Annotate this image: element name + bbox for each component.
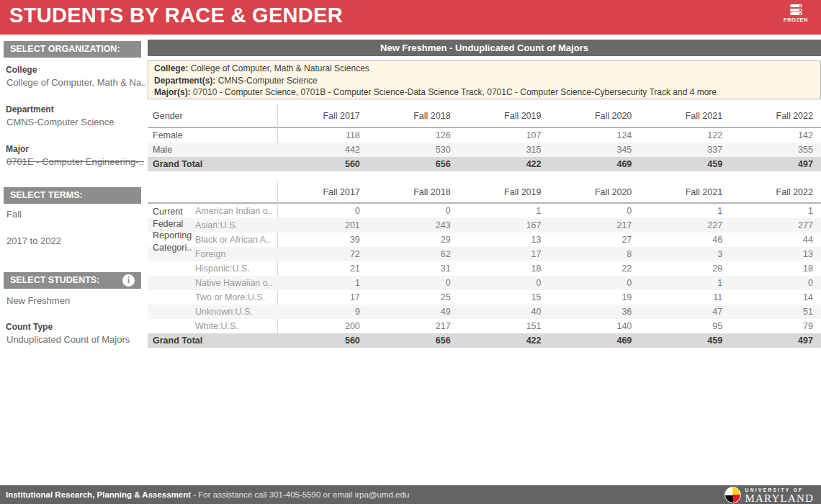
table-cell[interactable]: 118	[277, 130, 368, 140]
column-header[interactable]: Fall 2020	[549, 111, 640, 121]
table-cell[interactable]: 422	[459, 336, 549, 346]
table-cell[interactable]: 124	[549, 130, 640, 140]
table-cell[interactable]: 49	[368, 307, 459, 317]
column-header[interactable]: Fall 2018	[368, 111, 459, 121]
table-cell[interactable]: 345	[549, 145, 640, 155]
table-cell[interactable]: 0	[368, 278, 459, 288]
table-cell[interactable]: 18	[459, 264, 549, 274]
table-cell[interactable]: 0	[549, 206, 640, 216]
row-label[interactable]: Grand Total	[148, 159, 277, 169]
table-cell[interactable]: 243	[368, 220, 459, 230]
table-cell[interactable]: 51	[730, 307, 821, 317]
table-cell[interactable]: 315	[459, 145, 549, 155]
table-cell[interactable]: 29	[368, 235, 459, 245]
column-header[interactable]: Fall 2021	[640, 187, 730, 197]
table-cell[interactable]: 560	[277, 159, 368, 169]
table-cell[interactable]: 0	[549, 278, 640, 288]
table-cell[interactable]: 13	[459, 235, 549, 245]
row-label[interactable]: Grand Total	[148, 336, 277, 346]
gender-corner-label[interactable]: Gender	[148, 111, 277, 121]
table-cell[interactable]: 46	[640, 235, 730, 245]
table-cell[interactable]: 656	[368, 159, 459, 169]
table-cell[interactable]: 442	[277, 145, 368, 155]
table-cell[interactable]: 1	[459, 206, 549, 216]
column-header[interactable]: Fall 2022	[730, 111, 821, 121]
table-cell[interactable]: 19	[549, 292, 640, 302]
column-header[interactable]: Fall 2020	[549, 187, 640, 197]
table-cell[interactable]: 22	[549, 264, 640, 274]
table-cell[interactable]: 122	[640, 130, 730, 140]
table-cell[interactable]: 107	[459, 130, 549, 140]
row-group-label[interactable]: Current Federal Reporting Categori..	[153, 206, 194, 253]
column-header[interactable]: Fall 2019	[459, 111, 549, 121]
table-cell[interactable]: 40	[459, 307, 549, 317]
table-cell[interactable]: 217	[549, 220, 640, 230]
row-label[interactable]: Unknown:U.S.	[148, 307, 277, 317]
table-cell[interactable]: 337	[640, 145, 730, 155]
table-cell[interactable]: 1	[640, 278, 730, 288]
table-cell[interactable]: 25	[368, 292, 459, 302]
table-cell[interactable]: 469	[549, 159, 640, 169]
table-cell[interactable]: 497	[730, 159, 821, 169]
table-cell[interactable]: 17	[459, 249, 549, 259]
table-cell[interactable]: 31	[368, 264, 459, 274]
table-cell[interactable]: 8	[549, 249, 640, 259]
info-icon[interactable]: i	[122, 274, 135, 287]
table-cell[interactable]: 530	[368, 145, 459, 155]
table-cell[interactable]: 277	[730, 220, 821, 230]
row-label[interactable]: Native Hawaiian o..	[148, 278, 277, 288]
table-cell[interactable]: 44	[730, 235, 821, 245]
table-cell[interactable]: 39	[277, 235, 368, 245]
row-label[interactable]: Female	[148, 130, 277, 140]
table-cell[interactable]: 459	[640, 336, 730, 346]
table-cell[interactable]: 9	[277, 307, 368, 317]
column-header[interactable]: Fall 2017	[277, 187, 368, 197]
table-cell[interactable]: 18	[730, 264, 821, 274]
table-cell[interactable]: 469	[549, 336, 640, 346]
table-cell[interactable]: 560	[277, 336, 368, 346]
table-cell[interactable]: 0	[459, 278, 549, 288]
table-cell[interactable]: 15	[459, 292, 549, 302]
column-header[interactable]: Fall 2019	[459, 187, 549, 197]
table-cell[interactable]: 11	[640, 292, 730, 302]
table-cell[interactable]: 62	[368, 249, 459, 259]
table-cell[interactable]: 497	[730, 336, 821, 346]
table-cell[interactable]: 28	[640, 264, 730, 274]
table-cell[interactable]: 79	[730, 321, 821, 331]
column-header[interactable]: Fall 2022	[730, 187, 821, 197]
table-cell[interactable]: 151	[459, 321, 549, 331]
table-cell[interactable]: 13	[730, 249, 821, 259]
table-cell[interactable]: 95	[640, 321, 730, 331]
table-cell[interactable]: 21	[277, 264, 368, 274]
table-cell[interactable]: 167	[459, 220, 549, 230]
table-cell[interactable]: 0	[277, 206, 368, 216]
row-label[interactable]: Male	[148, 145, 277, 155]
row-label[interactable]: White:U.S.	[148, 321, 277, 331]
row-label[interactable]: Two or More:U.S.	[148, 292, 277, 302]
table-cell[interactable]: 1	[640, 206, 730, 216]
column-header[interactable]: Fall 2017	[277, 111, 368, 121]
table-cell[interactable]: 0	[730, 278, 821, 288]
column-header[interactable]: Fall 2021	[640, 111, 730, 121]
table-cell[interactable]: 47	[640, 307, 730, 317]
row-label[interactable]: Hispanic:U.S.	[148, 264, 277, 274]
table-cell[interactable]: 459	[640, 159, 730, 169]
table-cell[interactable]: 72	[277, 249, 368, 259]
table-cell[interactable]: 422	[459, 159, 549, 169]
table-cell[interactable]: 3	[640, 249, 730, 259]
table-cell[interactable]: 0	[368, 206, 459, 216]
table-cell[interactable]: 355	[730, 145, 821, 155]
table-cell[interactable]: 656	[368, 336, 459, 346]
table-cell[interactable]: 27	[549, 235, 640, 245]
table-cell[interactable]: 1	[730, 206, 821, 216]
table-cell[interactable]: 200	[277, 321, 368, 331]
table-cell[interactable]: 126	[368, 130, 459, 140]
table-cell[interactable]: 142	[730, 130, 821, 140]
table-cell[interactable]: 140	[549, 321, 640, 331]
table-cell[interactable]: 1	[277, 278, 368, 288]
table-cell[interactable]: 201	[277, 220, 368, 230]
table-cell[interactable]: 17	[277, 292, 368, 302]
table-cell[interactable]: 227	[640, 220, 730, 230]
table-cell[interactable]: 14	[730, 292, 821, 302]
table-cell[interactable]: 217	[368, 321, 459, 331]
